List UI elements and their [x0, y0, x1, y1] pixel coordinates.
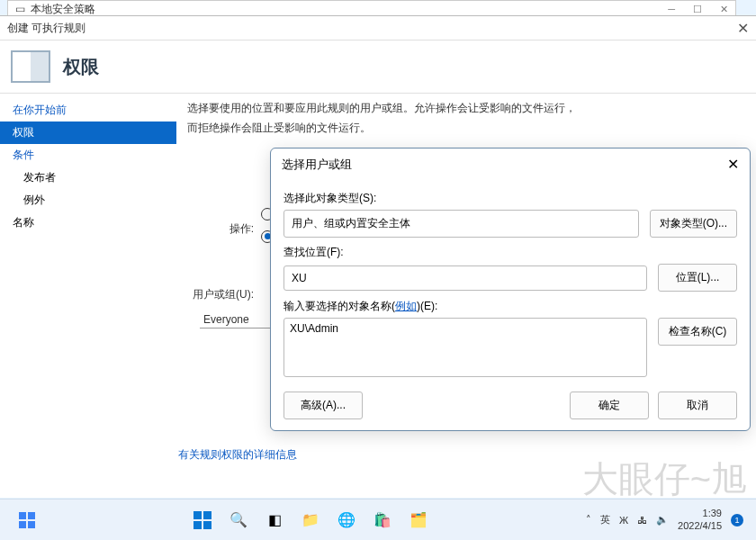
- advanced-button[interactable]: 高级(A)...: [284, 392, 363, 419]
- sidebar-item-permissions[interactable]: 权限: [0, 122, 176, 144]
- edge-icon[interactable]: 🌐: [335, 508, 358, 532]
- location-button[interactable]: 位置(L)...: [658, 264, 737, 292]
- taskbar-widget-icon[interactable]: [18, 511, 36, 529]
- taskbar-center: 🔍 ◧ 📁 🌐 🛍️ 🗂️: [36, 508, 586, 532]
- start-icon[interactable]: [191, 508, 214, 532]
- tray-lang[interactable]: 英: [600, 513, 610, 526]
- explorer-icon[interactable]: 📁: [299, 508, 322, 532]
- action-label: 操作:: [187, 221, 254, 237]
- tray-ime[interactable]: Ж: [619, 515, 628, 526]
- location-value: XU: [284, 266, 647, 291]
- content-line2: 而拒绝操作会阻止受影响的文件运行。: [187, 119, 745, 139]
- store-icon[interactable]: 🛍️: [371, 508, 394, 532]
- tray-date: 2022/4/15: [678, 520, 722, 532]
- wizard-header: 权限: [0, 40, 756, 94]
- minimize-icon[interactable]: ─: [668, 4, 675, 15]
- ok-button[interactable]: 确定: [570, 392, 649, 419]
- bg-window-title: 本地安全策略: [31, 2, 95, 17]
- names-example-link[interactable]: 例如: [395, 300, 417, 312]
- search-icon[interactable]: 🔍: [227, 508, 250, 532]
- tray-notification-badge[interactable]: 1: [731, 514, 743, 526]
- objtype-value: 用户、组或内置安全主体: [284, 210, 639, 238]
- svg-rect-2: [19, 521, 26, 528]
- cancel-button[interactable]: 取消: [658, 392, 737, 419]
- check-names-button[interactable]: 检查名称(C): [658, 318, 737, 346]
- dialog-close-icon[interactable]: ✕: [727, 156, 739, 173]
- svg-rect-3: [28, 521, 35, 528]
- tray-time: 1:39: [703, 508, 722, 519]
- taskview-icon[interactable]: ◧: [263, 508, 286, 532]
- tray-network-icon[interactable]: 🖧: [637, 515, 647, 526]
- names-label-post: )(E):: [417, 300, 437, 312]
- dialog-footer: 高级(A)... 确定 取消: [271, 381, 750, 419]
- dialog-body: 选择此对象类型(S): 用户、组或内置安全主体 对象类型(O)... 查找位置(…: [271, 180, 750, 381]
- names-section: 输入要选择的对象名称(例如)(E): 检查名称(C): [284, 299, 737, 377]
- usergroup-value[interactable]: Everyone: [200, 311, 272, 328]
- details-link[interactable]: 有关规则权限的详细信息: [178, 447, 297, 463]
- usergroup-label: 用户或组(U):: [187, 287, 254, 302]
- sidebar-item-before[interactable]: 在你开始前: [0, 99, 176, 122]
- svg-rect-0: [19, 512, 26, 519]
- secpol-icon[interactable]: 🗂️: [407, 508, 430, 532]
- names-input[interactable]: [284, 318, 647, 377]
- sidebar-item-conditions[interactable]: 条件: [0, 144, 176, 166]
- names-label-pre: 输入要选择的对象名称(: [284, 300, 395, 312]
- wizard-titlebar: 创建 可执行规则 ✕: [0, 16, 756, 40]
- select-user-group-dialog: 选择用户或组 ✕ 选择此对象类型(S): 用户、组或内置安全主体 对象类型(O)…: [270, 148, 751, 431]
- wizard-header-title: 权限: [63, 55, 99, 79]
- taskbar-right: ˄ 英 Ж 🖧 🔈 1:39 2022/4/15 1: [586, 508, 756, 531]
- tray-clock[interactable]: 1:39 2022/4/15: [678, 508, 722, 531]
- wizard-close-icon[interactable]: ✕: [737, 20, 749, 37]
- sidebar-item-publisher[interactable]: 发布者: [0, 166, 176, 189]
- wizard-header-icon: [11, 50, 50, 83]
- location-section: 查找位置(F): XU 位置(L)...: [284, 245, 737, 292]
- svg-rect-1: [28, 512, 35, 519]
- sidebar-item-exception[interactable]: 例外: [0, 189, 176, 212]
- wizard-title: 创建 可执行规则: [7, 21, 86, 36]
- names-label: 输入要选择的对象名称(例如)(E):: [284, 299, 737, 314]
- dialog-titlebar: 选择用户或组 ✕: [271, 148, 750, 180]
- objtype-label: 选择此对象类型(S):: [284, 191, 737, 206]
- close-icon[interactable]: ✕: [720, 4, 728, 15]
- bg-window-controls: ─ ☐ ✕: [668, 4, 728, 15]
- dialog-title: 选择用户或组: [282, 157, 352, 173]
- tray-volume-icon[interactable]: 🔈: [656, 514, 669, 526]
- location-label: 查找位置(F):: [284, 245, 737, 260]
- taskbar: 🔍 ◧ 📁 🌐 🛍️ 🗂️ ˄ 英 Ж 🖧 🔈 1:39 2022/4/15 1: [0, 499, 756, 540]
- wizard-sidebar: 在你开始前 权限 条件 发布者 例外 名称: [0, 94, 176, 472]
- objtype-button[interactable]: 对象类型(O)...: [650, 210, 737, 238]
- tray-chevron-icon[interactable]: ˄: [586, 514, 591, 526]
- bg-window-appicon: ▭: [15, 3, 25, 15]
- maximize-icon[interactable]: ☐: [693, 4, 702, 15]
- sidebar-item-name[interactable]: 名称: [0, 212, 176, 234]
- objtype-section: 选择此对象类型(S): 用户、组或内置安全主体 对象类型(O)...: [284, 191, 737, 238]
- content-line1: 选择要使用的位置和要应用此规则的用户或组。允许操作会让受影响的文件运行，: [187, 99, 745, 119]
